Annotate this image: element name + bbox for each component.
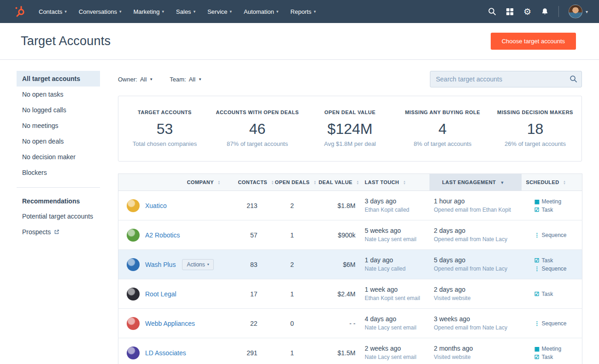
- scheduled-item: ▦ Meeting: [534, 198, 578, 205]
- chevron-down-icon: ▾: [207, 262, 209, 266]
- user-menu[interactable]: ▾: [569, 5, 588, 18]
- company-link[interactable]: Xuatico: [145, 202, 167, 209]
- column-header-label: COMPANY: [187, 179, 214, 185]
- nav-menu: Contacts ▾ Conversations ▾ Marketing ▾ S…: [39, 8, 316, 15]
- stat-subtext: 87% of target accounts: [215, 140, 300, 147]
- sort-icon: ▲▼: [313, 180, 316, 185]
- choose-target-accounts-button[interactable]: Choose target accounts: [491, 33, 576, 50]
- column-header-company[interactable]: COMPANY ▲▼ ▼: [118, 174, 234, 191]
- stat-label: MISSING ANY BUYING ROLE: [400, 110, 485, 115]
- hubspot-sprocket-icon: [14, 6, 26, 17]
- last-touch-time: 5 weeks ago: [365, 227, 425, 235]
- owner-filter-value: All: [140, 76, 147, 83]
- contacts-count: 291: [234, 338, 270, 364]
- last-touch-detail: Nate Lacy sent email: [365, 236, 425, 243]
- nav-marketing[interactable]: Marketing ▾: [133, 8, 164, 15]
- scheduled-item: ▦ Meeting: [534, 346, 578, 352]
- nav-contacts[interactable]: Contacts ▾: [39, 8, 67, 15]
- nav-automation[interactable]: Automation ▾: [244, 8, 278, 15]
- scheduled-item: ☑ Task: [534, 207, 578, 213]
- owner-filter[interactable]: Owner: All ▼: [118, 76, 153, 83]
- nav-service[interactable]: Service ▾: [207, 8, 232, 15]
- sidebar-filters-list: All target accounts No open tasks No log…: [17, 71, 100, 180]
- notifications-bell-icon[interactable]: [541, 7, 549, 16]
- sequence-icon: ⋮: [534, 320, 542, 327]
- sidebar-item-blockers[interactable]: Blockers: [17, 165, 100, 180]
- table-row[interactable]: LD Associates ▾ 291 1 $1.5M: [118, 338, 582, 364]
- team-filter-label: Team:: [170, 76, 186, 83]
- nav-reports[interactable]: Reports ▾: [290, 8, 316, 15]
- column-header-contacts[interactable]: CONTACTS ▲▼ ▼: [234, 174, 270, 191]
- scheduled-label: Sequence: [542, 232, 567, 238]
- sidebar-item-no-decision-maker[interactable]: No decision maker: [17, 149, 100, 165]
- company-link[interactable]: Webb Appliances: [145, 320, 195, 327]
- scheduled-list: ▦ Meeting ☑ Task: [534, 198, 578, 213]
- last-touch-time: 1 week ago: [365, 286, 425, 294]
- sidebar-item-label: Potential target accounts: [22, 213, 93, 220]
- last-touch-time: 2 weeks ago: [365, 345, 425, 352]
- target-accounts-page: Contacts ▾ Conversations ▾ Marketing ▾ S…: [0, 0, 599, 364]
- scheduled-label: Task: [542, 291, 553, 297]
- nav-conversations[interactable]: Conversations ▾: [79, 8, 122, 15]
- top-nav: Contacts ▾ Conversations ▾ Marketing ▾ S…: [0, 0, 599, 23]
- sidebar-item-no-open-deals[interactable]: No open deals: [17, 133, 100, 149]
- scheduled-label: Sequence: [542, 320, 567, 327]
- search-icon[interactable]: [570, 75, 577, 85]
- company-avatar: [127, 229, 140, 242]
- deal-value: - -: [314, 309, 360, 338]
- open-deals-count: 2: [270, 191, 314, 220]
- column-header-label: OPEN DEALS: [275, 179, 310, 185]
- company-link[interactable]: Root Legal: [145, 290, 176, 298]
- table-row[interactable]: Xuatico ▾ 213 2 $1.8M: [118, 191, 582, 220]
- actions-button[interactable]: Actions ▾: [182, 259, 213, 270]
- search-target-accounts-input[interactable]: [430, 71, 582, 87]
- deal-value: $1.5M: [314, 338, 360, 364]
- scheduled-list: ☑ Task: [534, 291, 578, 297]
- sidebar-item-no-logged-calls[interactable]: No logged calls: [17, 102, 100, 118]
- last-engagement-detail: Opened email from Nate Lacy: [434, 324, 517, 331]
- sidebar-item-no-meetings[interactable]: No meetings: [17, 118, 100, 133]
- table-row[interactable]: Webb Appliances ▾ 22 0 - -: [118, 309, 582, 338]
- stats-summary-card: TARGET ACCOUNTS 53 Total chosen companie…: [118, 96, 582, 162]
- company-link[interactable]: A2 Robotics: [145, 231, 180, 239]
- sidebar-item-label: No open deals: [22, 138, 64, 145]
- meeting-icon: ▦: [534, 346, 542, 352]
- column-header-open-deals[interactable]: OPEN DEALS ▲▼ ▼: [270, 174, 314, 191]
- chevron-down-icon: ▼: [149, 77, 153, 81]
- stat-card: MISSING ANY BUYING ROLE 4 8% of target a…: [396, 110, 489, 147]
- sidebar-item-no-open-tasks[interactable]: No open tasks: [17, 87, 100, 102]
- table-row[interactable]: Root Legal ▾ 17 1 $2.4M: [118, 279, 582, 309]
- settings-gear-icon[interactable]: ⚙: [523, 7, 531, 16]
- table-row[interactable]: A2 Robotics ▾ 57 1 $900k: [118, 220, 582, 250]
- stat-subtext: 8% of target accounts: [400, 140, 485, 147]
- search-icon[interactable]: [488, 7, 496, 16]
- scheduled-list: ⋮ Sequence: [534, 232, 578, 238]
- last-touch-detail: Ethan Kopit sent email: [365, 295, 425, 302]
- sort-icon: ▲▼: [271, 180, 274, 185]
- marketplace-icon[interactable]: [506, 8, 514, 16]
- nav-sales[interactable]: Sales ▾: [176, 8, 195, 15]
- stat-value: $124M: [307, 121, 393, 137]
- last-touch-time: 3 days ago: [365, 197, 425, 205]
- sidebar-item-potential-target-accounts[interactable]: Potential target accounts: [17, 208, 100, 224]
- company-link[interactable]: Wash Plus: [145, 261, 176, 268]
- company-link[interactable]: LD Associates: [145, 349, 186, 357]
- sidebar-item-label: No open tasks: [22, 91, 64, 98]
- column-header-last-engagement[interactable]: LAST ENGAGEMENT ▲▼ ▼: [429, 174, 522, 191]
- search-box: [430, 71, 582, 87]
- sidebar-item-label: No logged calls: [22, 106, 66, 114]
- last-touch-time: 4 days ago: [365, 315, 425, 323]
- company-avatar: [127, 347, 140, 359]
- team-filter[interactable]: Team: All ▼: [170, 76, 202, 83]
- sidebar-item-all-target-accounts[interactable]: All target accounts: [17, 71, 100, 87]
- column-header-deal-value[interactable]: DEAL VALUE ▲▼ ▼: [314, 174, 360, 191]
- column-header-scheduled[interactable]: SCHEDULED ▲▼ ▼: [522, 174, 582, 191]
- column-header-last-touch[interactable]: LAST TOUCH ▲▼ ▼: [360, 174, 429, 191]
- stat-value: 46: [215, 121, 300, 137]
- open-deals-count: 0: [270, 309, 314, 338]
- stat-label: MISSING DECISION MAKERS: [493, 110, 578, 115]
- chevron-down-icon: ▾: [194, 9, 196, 14]
- table-row[interactable]: Wash Plus Actions ▾ 83 2 $6M: [118, 250, 582, 279]
- hubspot-logo[interactable]: [14, 6, 26, 17]
- sidebar-item-prospects[interactable]: Prospects: [17, 224, 100, 240]
